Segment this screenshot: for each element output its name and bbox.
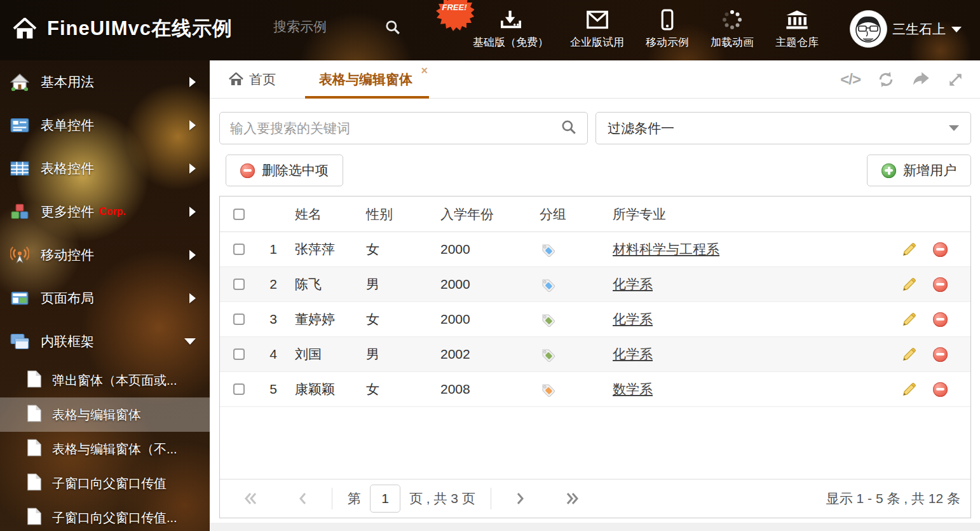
- tab-grid-edit-window[interactable]: 表格与编辑窗体 ×: [305, 60, 429, 99]
- sidebar-item-basic-usage[interactable]: 基本用法: [0, 60, 210, 104]
- corp-badge: Corp.: [99, 206, 126, 217]
- chevron-down-icon: [949, 125, 959, 131]
- header-search-input[interactable]: [273, 19, 374, 34]
- delete-row-icon[interactable]: [933, 312, 948, 327]
- keyword-search-box: [219, 112, 588, 144]
- avatar[interactable]: [850, 10, 887, 48]
- file-icon: [27, 473, 42, 493]
- row-gender: 男: [364, 275, 437, 293]
- refresh-icon[interactable]: [877, 71, 895, 88]
- table-header-row: 姓名 性别 入学年份 分组 所学专业: [220, 197, 970, 232]
- form-icon: [10, 118, 29, 133]
- sidebar-subitem-label: 表格与编辑窗体: [52, 406, 141, 424]
- nav-label: 企业版试用: [570, 35, 624, 50]
- row-checkbox[interactable]: [233, 279, 245, 290]
- tag-icon: [538, 382, 609, 397]
- row-year: 2002: [437, 347, 538, 362]
- delete-selected-button[interactable]: 删除选中项: [226, 155, 343, 186]
- first-page-icon[interactable]: [244, 491, 258, 506]
- edit-pencil-icon[interactable]: [902, 277, 916, 292]
- sidebar-item-form-controls[interactable]: 表单控件: [0, 104, 210, 147]
- major-link[interactable]: 材料科学与工程系: [613, 242, 719, 256]
- delete-row-icon[interactable]: [933, 242, 948, 257]
- user-menu[interactable]: 三生石上: [892, 20, 962, 38]
- filter-dropdown[interactable]: 过滤条件一: [595, 112, 971, 144]
- page-number-input[interactable]: [370, 485, 400, 513]
- select-all-checkbox[interactable]: [233, 209, 245, 220]
- file-icon: [27, 507, 42, 528]
- sidebar-subitem-child-to-parent[interactable]: 子窗口向父窗口传值: [0, 466, 210, 500]
- row-checkbox[interactable]: [233, 348, 245, 360]
- nav-mobile-demo[interactable]: 移动示例: [635, 9, 700, 50]
- nav-loading-animation[interactable]: 加载动画: [700, 9, 765, 50]
- search-icon[interactable]: [385, 19, 401, 38]
- share-icon[interactable]: [911, 71, 930, 88]
- last-page-icon[interactable]: [565, 491, 579, 506]
- row-checkbox[interactable]: [233, 314, 245, 325]
- sidebar-subitem-popup-window[interactable]: 弹出窗体（本页面或...: [0, 363, 210, 397]
- nav-basic-free[interactable]: 基础版（免费）: [462, 9, 559, 50]
- page-bottom-strip: [210, 523, 980, 531]
- row-year: 2008: [437, 382, 538, 397]
- next-page-icon[interactable]: [515, 491, 526, 506]
- table-icon: [10, 161, 29, 176]
- nav-enterprise-trial[interactable]: 企业版试用: [559, 9, 635, 50]
- sidebar-item-label: 表格控件: [41, 160, 94, 177]
- plus-circle-icon: [881, 163, 896, 178]
- broadcast-icon: [10, 246, 29, 264]
- delete-row-icon[interactable]: [933, 382, 948, 397]
- layout-icon: [10, 291, 29, 306]
- tab-bar: 首页 表格与编辑窗体 × </>: [210, 60, 980, 99]
- edit-pencil-icon[interactable]: [902, 382, 916, 397]
- sidebar-item-label: 更多控件: [41, 203, 94, 221]
- prev-page-icon[interactable]: [297, 491, 308, 506]
- major-link[interactable]: 化学系: [613, 347, 653, 361]
- table-row: 1 张萍萍 女 2000 材料科学与工程系: [220, 232, 970, 267]
- search-icon[interactable]: [561, 119, 577, 138]
- sidebar-subitem-grid-edit-window[interactable]: 表格与编辑窗体: [0, 397, 210, 432]
- filter-row: 过滤条件一: [219, 112, 971, 144]
- major-link[interactable]: 数学系: [613, 382, 653, 396]
- row-checkbox[interactable]: [233, 244, 245, 255]
- sidebar-subitem-child-to-parent-2[interactable]: 子窗口向父窗口传值...: [0, 500, 210, 531]
- sidebar-item-more-controls[interactable]: 更多控件 Corp.: [0, 190, 210, 233]
- close-icon[interactable]: ×: [421, 64, 428, 78]
- sidebar-item-inline-frame[interactable]: 内联框架: [0, 320, 210, 363]
- expand-icon[interactable]: [947, 71, 963, 88]
- download-icon: [500, 9, 522, 31]
- sidebar-subitem-label: 弹出窗体（本页面或...: [52, 372, 177, 389]
- record-summary: 显示 1 - 5 条 , 共 12 条: [826, 490, 960, 507]
- edit-pencil-icon[interactable]: [902, 347, 916, 362]
- sidebar-item-label: 内联框架: [41, 333, 94, 350]
- major-link[interactable]: 化学系: [613, 277, 653, 291]
- add-user-button[interactable]: 新增用户: [867, 155, 971, 186]
- sidebar-subitem-label: 子窗口向父窗口传值: [52, 475, 167, 492]
- row-name: 陈飞: [281, 275, 364, 293]
- row-checkbox[interactable]: [233, 383, 245, 395]
- delete-row-icon[interactable]: [933, 277, 948, 292]
- edit-pencil-icon[interactable]: [902, 312, 916, 327]
- row-index: 2: [255, 277, 281, 292]
- sidebar-item-mobile-controls[interactable]: 移动控件: [0, 233, 210, 277]
- windows-icon: [10, 333, 29, 350]
- edit-pencil-icon[interactable]: [902, 242, 916, 257]
- row-year: 2000: [437, 277, 538, 292]
- divider: [491, 488, 491, 509]
- keyword-search-input[interactable]: [230, 121, 561, 136]
- delete-row-icon[interactable]: [933, 347, 948, 362]
- tab-home[interactable]: 首页: [229, 71, 276, 88]
- page-prefix-label: 第: [348, 490, 361, 507]
- sidebar-item-grid-controls[interactable]: 表格控件: [0, 147, 210, 190]
- logo[interactable]: FineUIMvc在线示例: [13, 15, 233, 42]
- row-name: 康颖颖: [281, 380, 364, 398]
- divider: [332, 488, 332, 509]
- cubes-icon: [10, 203, 29, 220]
- code-icon[interactable]: </>: [840, 71, 861, 88]
- tab-active-label: 表格与编辑窗体: [319, 71, 412, 88]
- sidebar-subitem-grid-edit-window-2[interactable]: 表格与编辑窗体（不...: [0, 432, 210, 466]
- sidebar-item-page-layout[interactable]: 页面布局: [0, 277, 210, 320]
- nav-theme-repo[interactable]: 主题仓库: [765, 9, 829, 50]
- tag-icon: [538, 242, 609, 257]
- tag-icon: [538, 277, 609, 292]
- major-link[interactable]: 化学系: [613, 312, 653, 326]
